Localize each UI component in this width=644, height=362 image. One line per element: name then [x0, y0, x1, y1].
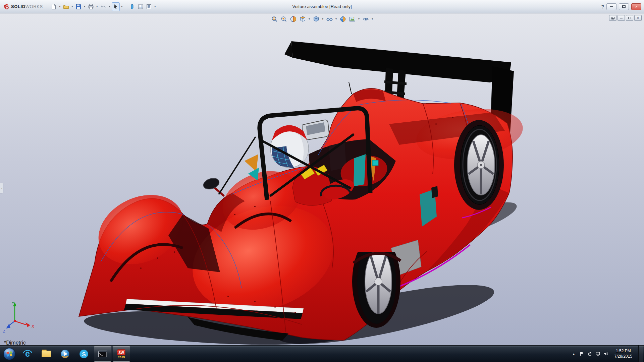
zoom-to-fit-button[interactable]: [270, 15, 279, 23]
view-orientation-dropdown[interactable]: ▾: [308, 17, 311, 20]
taskbar-solidworks[interactable]: SW 2015: [113, 346, 130, 362]
view-settings-dropdown[interactable]: ▾: [371, 17, 374, 20]
windows-taskbar: e: [0, 345, 644, 362]
display-style-button[interactable]: [312, 15, 321, 23]
minimize-icon: [610, 6, 613, 7]
triad-x-label: X: [32, 324, 34, 329]
taskbar-command-prompt[interactable]: [94, 346, 111, 362]
car-model-render: [0, 13, 644, 345]
taskbar-pinned-items: e: [19, 346, 130, 362]
cascade-icon: [611, 17, 614, 19]
options-dropdown[interactable]: ▾: [153, 5, 157, 8]
select-dropdown[interactable]: ▾: [120, 5, 124, 8]
options-button[interactable]: [145, 2, 153, 11]
internet-explorer-icon: e: [22, 349, 33, 359]
triad-z-label: Z: [3, 329, 5, 333]
show-hidden-icons-button[interactable]: ▴: [572, 352, 576, 356]
zoom-to-area-button[interactable]: [279, 15, 288, 23]
view-orientation-button[interactable]: [298, 15, 307, 23]
help-button[interactable]: ?: [601, 4, 604, 9]
right-rear-wheel: [454, 120, 504, 210]
solidworks-app-icon: SW 2015: [116, 348, 127, 360]
power-plug-icon: [587, 351, 592, 356]
view-settings-button[interactable]: [361, 15, 370, 23]
hide-show-glasses-icon: [326, 16, 333, 22]
undo-button[interactable]: [99, 2, 107, 11]
media-player-icon: [60, 349, 70, 359]
minimize-button[interactable]: [606, 3, 616, 10]
close-button[interactable]: ×: [631, 3, 641, 10]
brand-solid: SOLID: [11, 4, 25, 9]
toolbar-separator: [126, 3, 126, 10]
print-icon: [88, 4, 94, 10]
title-bar: Voiture assemblee [Read-only] SOLIDWORKS…: [0, 0, 644, 13]
show-desktop-button[interactable]: [638, 346, 643, 362]
apply-scene-dropdown[interactable]: ▾: [357, 17, 361, 20]
undo-icon: [100, 4, 106, 10]
taskbar-clock[interactable]: 1:52 PM 7/28/2015: [611, 349, 635, 359]
windows-start-orb-icon: [3, 348, 16, 360]
view-orientation-label: *Dimetric: [4, 340, 26, 345]
window-controls: ? ×: [601, 3, 644, 10]
action-center-button[interactable]: [579, 351, 584, 356]
display-style-icon: [313, 16, 319, 22]
open-button[interactable]: [62, 2, 70, 11]
document-restore-button[interactable]: [626, 15, 633, 21]
taskbar-media-player[interactable]: [56, 346, 74, 362]
new-document-dropdown[interactable]: ▾: [58, 5, 62, 8]
network-button[interactable]: [595, 351, 600, 356]
zoom-to-fit-icon: [271, 16, 278, 22]
zoom-to-area-icon: [280, 16, 287, 22]
select-button[interactable]: [112, 2, 120, 11]
save-dropdown[interactable]: ▾: [83, 5, 87, 8]
hide-show-items-dropdown[interactable]: ▾: [334, 17, 338, 20]
taskbar-internet-explorer[interactable]: e: [19, 346, 36, 362]
network-monitor-icon: [595, 351, 600, 356]
titlebar-toolbar: ▾ ▾ ▾: [50, 2, 157, 11]
brand-text: SOLIDWORKS: [11, 4, 43, 9]
solidworks-year: 2015: [118, 356, 125, 359]
clock-time: 1:52 PM: [614, 349, 632, 354]
view-orientation-cube-icon: [299, 16, 306, 22]
folder-icon: [42, 351, 51, 357]
orientation-triad: Y X Z: [2, 300, 39, 334]
power-button[interactable]: [587, 351, 592, 356]
system-tray: ▴: [572, 346, 644, 362]
new-document-button[interactable]: [50, 2, 58, 11]
graphics-viewport[interactable]: ▾ ▾ ▾: [0, 13, 644, 345]
options-list-icon: [146, 4, 152, 10]
print-dropdown[interactable]: ▾: [95, 5, 99, 8]
sheet-format-icon: [138, 4, 144, 10]
dassault-logo-icon: [3, 3, 9, 10]
taskbar-skype[interactable]: S: [75, 346, 93, 362]
undo-dropdown[interactable]: ▾: [108, 5, 111, 8]
sheet-format-button[interactable]: [137, 2, 145, 11]
skype-letter: S: [82, 351, 86, 358]
display-style-dropdown[interactable]: ▾: [321, 17, 325, 20]
view-settings-eye-icon: [362, 16, 369, 22]
appearance-swatch-button[interactable]: [128, 2, 136, 11]
start-button[interactable]: [0, 346, 19, 362]
document-minimize-button[interactable]: [618, 15, 625, 21]
action-center-flag-icon: [579, 351, 584, 356]
feature-panel-flyout-tab[interactable]: ◂: [0, 183, 3, 193]
open-dropdown[interactable]: ▾: [70, 5, 74, 8]
section-view-button[interactable]: [289, 15, 298, 23]
edit-appearance-button[interactable]: [338, 15, 347, 23]
skype-icon: S: [79, 349, 89, 359]
section-view-icon: [290, 16, 297, 22]
clock-date: 7/28/2015: [614, 354, 632, 359]
command-prompt-icon: [98, 349, 108, 359]
print-button[interactable]: [87, 2, 95, 11]
maximize-button[interactable]: [619, 3, 629, 10]
document-window-controls: ×: [609, 15, 642, 21]
document-cascade-button[interactable]: [609, 15, 616, 21]
save-button[interactable]: [74, 2, 83, 11]
hide-show-items-button[interactable]: [325, 15, 334, 23]
volume-button[interactable]: [603, 351, 608, 356]
taskbar-windows-explorer[interactable]: [38, 346, 55, 362]
document-close-button[interactable]: ×: [634, 15, 642, 21]
apply-scene-button[interactable]: [348, 15, 357, 23]
heads-up-view-toolbar: ▾ ▾ ▾: [270, 15, 374, 23]
volume-speaker-icon: [603, 351, 608, 356]
